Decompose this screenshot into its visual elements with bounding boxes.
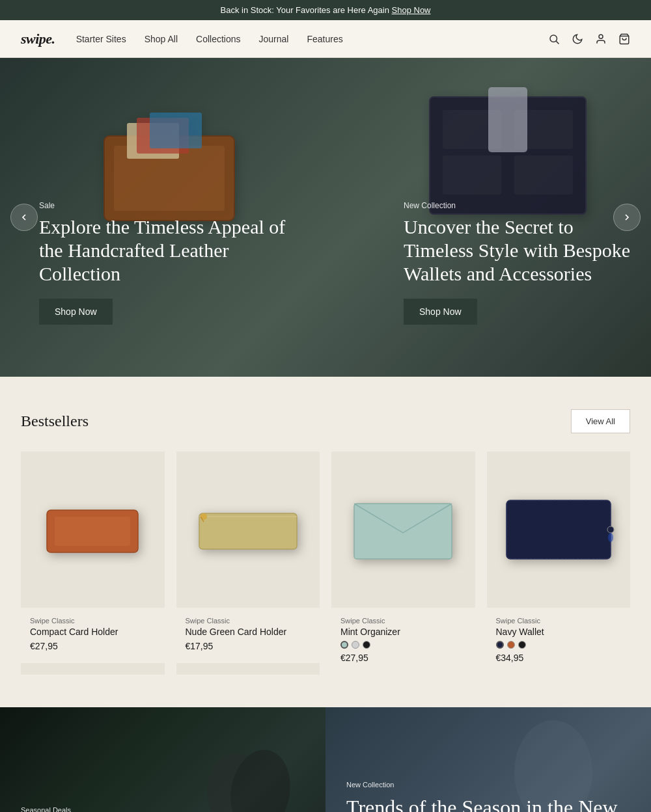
dark-mode-icon[interactable] [572, 33, 583, 45]
hero-right-content: New Collection Uncover the Secret to Tim… [404, 201, 631, 325]
hero-right-cta[interactable]: Shop Now [404, 299, 477, 325]
nav-journal[interactable]: Journal [259, 34, 289, 44]
svg-rect-13 [443, 156, 501, 195]
svg-rect-9 [150, 113, 202, 148]
view-all-button[interactable]: View All [571, 409, 630, 433]
hero-slider: Sale Explore the Timeless Appeal of the … [0, 58, 651, 377]
svg-point-30 [608, 533, 613, 542]
new-collection-banner[interactable]: New Collection Trends of the Season in t… [326, 707, 651, 812]
nav-shop-all[interactable]: Shop All [145, 34, 178, 44]
swatch[interactable] [518, 641, 526, 649]
svg-point-2 [599, 34, 603, 38]
swatch[interactable] [507, 641, 515, 649]
nav-starter-sites[interactable]: Starter Sites [76, 34, 126, 44]
nav-features[interactable]: Features [307, 34, 342, 44]
hero-left-content: Sale Explore the Timeless Appeal of the … [39, 201, 286, 325]
svg-rect-15 [514, 156, 573, 195]
nav-collections[interactable]: Collections [196, 34, 240, 44]
product-card[interactable]: Swipe Classic Nude Green Card Holder €17… [176, 452, 320, 675]
hero-left-cta[interactable]: Shop Now [39, 299, 113, 325]
product-name: Nude Green Card Holder [186, 627, 311, 637]
product-price: €34,95 [496, 653, 622, 663]
swatch[interactable] [352, 641, 359, 649]
section-title: Bestsellers [21, 413, 89, 430]
product-brand: Swipe Classic [340, 617, 466, 625]
bestsellers-section: Bestsellers View All Swipe Classic Compa… [0, 377, 651, 707]
product-name: Compact Card Holder [30, 627, 156, 637]
product-swatches [340, 641, 466, 649]
product-brand: Swipe Classic [30, 617, 156, 625]
product-info: Swipe Classic Nude Green Card Holder €17… [176, 608, 320, 663]
seasonal-deals-banner[interactable]: Seasonal Deals Sale Up to 50% [0, 707, 326, 812]
logo[interactable]: swipe. [21, 31, 55, 47]
banner-section: Seasonal Deals Sale Up to 50% New Collec… [0, 707, 651, 812]
section-header: Bestsellers View All [21, 409, 630, 433]
main-nav: Starter Sites Shop All Collections Journ… [76, 34, 548, 44]
product-brand: Swipe Classic [186, 617, 311, 625]
product-info: Swipe Classic Compact Card Holder €27,95 [21, 608, 165, 663]
product-card[interactable]: Swipe Classic Compact Card Holder €27,95 [21, 452, 165, 675]
hero-prev-button[interactable] [10, 204, 38, 231]
banner-content: Seasonal Deals Sale Up to 50% [21, 806, 152, 812]
search-icon[interactable] [548, 33, 560, 45]
product-image [487, 452, 631, 608]
svg-point-29 [607, 526, 614, 533]
product-info: Swipe Classic Navy Wallet €34,95 [487, 608, 631, 675]
product-name: Navy Wallet [496, 627, 622, 637]
svg-rect-20 [199, 513, 297, 549]
product-price: €27,95 [340, 653, 466, 663]
swatch[interactable] [340, 641, 348, 649]
banner-badge: New Collection [346, 781, 630, 789]
banner-badge: Seasonal Deals [21, 806, 152, 812]
svg-line-1 [556, 41, 559, 44]
svg-point-0 [550, 35, 557, 42]
product-card[interactable]: Swipe Classic Navy Wallet €34,95 [487, 452, 631, 675]
cart-icon[interactable] [618, 33, 630, 45]
product-price: €27,95 [30, 641, 156, 651]
hero-right-title: Uncover the Secret to Timeless Style wit… [404, 215, 631, 286]
banner-title: Trends of the Season in the New Collecti… [346, 795, 630, 812]
product-brand: Swipe Classic [496, 617, 622, 625]
product-image [176, 452, 320, 608]
hero-right-badge: New Collection [404, 201, 631, 210]
header: swipe. Starter Sites Shop All Collection… [0, 20, 651, 58]
account-icon[interactable] [595, 33, 607, 45]
svg-rect-19 [55, 517, 130, 546]
announcement-link[interactable]: Shop Now [392, 5, 431, 15]
banner-content: New Collection Trends of the Season in t… [346, 781, 630, 812]
svg-rect-27 [506, 500, 611, 559]
product-swatches [496, 641, 622, 649]
product-name: Mint Organizer [340, 627, 466, 637]
product-image [331, 452, 475, 608]
product-info: Swipe Classic Mint Organizer €27,95 [331, 608, 475, 675]
hero-next-button[interactable] [613, 204, 641, 231]
product-card[interactable]: Swipe Classic Mint Organizer €27,95 [331, 452, 475, 675]
product-grid: Swipe Classic Compact Card Holder €27,95 [21, 452, 630, 675]
product-image [21, 452, 165, 608]
announcement-bar: Back in Stock: Your Favorites are Here A… [0, 0, 651, 20]
product-price: €17,95 [186, 641, 311, 651]
announcement-text: Back in Stock: Your Favorites are Here A… [220, 5, 391, 15]
swatch[interactable] [496, 641, 504, 649]
swatch[interactable] [363, 641, 370, 649]
hero-left-badge: Sale [39, 201, 286, 210]
hero-left-title: Explore the Timeless Appeal of the Handc… [39, 215, 286, 286]
header-icons [548, 33, 630, 45]
svg-rect-16 [488, 87, 527, 152]
